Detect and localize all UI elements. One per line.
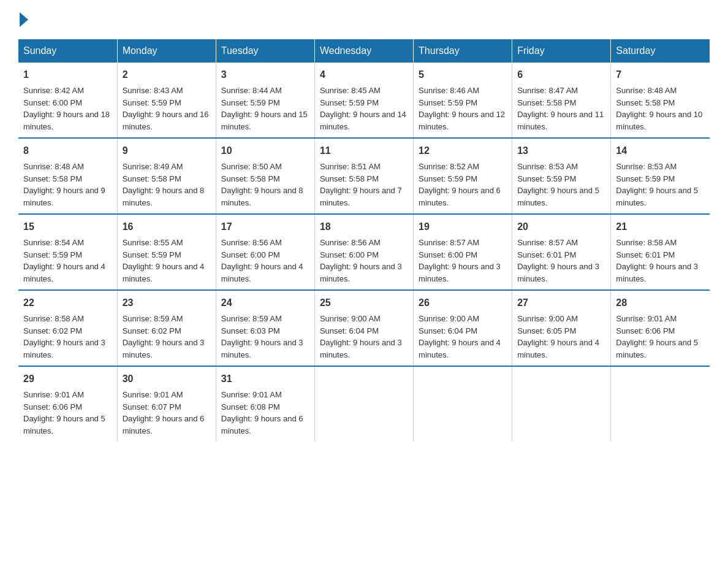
sunrise-text: Sunrise: 8:48 AM: [616, 86, 677, 95]
sunrise-text: Sunrise: 8:45 AM: [320, 86, 381, 95]
daylight-text: Daylight: 9 hours and 18 minutes.: [23, 110, 110, 131]
calendar-cell: 19Sunrise: 8:57 AMSunset: 6:00 PMDayligh…: [414, 214, 512, 290]
sunset-text: Sunset: 6:06 PM: [616, 326, 675, 335]
calendar-cell: 24Sunrise: 8:59 AMSunset: 6:03 PMDayligh…: [216, 290, 314, 366]
daylight-text: Daylight: 9 hours and 3 minutes.: [419, 262, 501, 283]
day-number: 11: [320, 144, 408, 158]
sunset-text: Sunset: 5:58 PM: [221, 174, 280, 183]
daylight-text: Daylight: 9 hours and 3 minutes.: [221, 338, 303, 359]
day-number: 9: [123, 144, 211, 158]
day-number: 8: [23, 144, 112, 158]
calendar-cell: 7Sunrise: 8:48 AMSunset: 5:58 PMDaylight…: [611, 63, 710, 138]
calendar-week-row: 8Sunrise: 8:48 AMSunset: 5:58 PMDaylight…: [18, 138, 710, 214]
daylight-text: Daylight: 9 hours and 7 minutes.: [320, 186, 402, 207]
day-number: 23: [123, 296, 211, 310]
sunrise-text: Sunrise: 9:01 AM: [616, 314, 677, 323]
day-number: 22: [23, 296, 112, 310]
calendar-cell: 2Sunrise: 8:43 AMSunset: 5:59 PMDaylight…: [117, 63, 216, 138]
daylight-text: Daylight: 9 hours and 4 minutes.: [123, 262, 205, 283]
day-number: 27: [517, 296, 605, 310]
calendar-cell: 31Sunrise: 9:01 AMSunset: 6:08 PMDayligh…: [216, 366, 314, 442]
day-number: 31: [221, 372, 309, 386]
calendar-cell: [414, 366, 512, 442]
day-number: 3: [221, 67, 309, 82]
column-header-wednesday: Wednesday: [314, 39, 413, 63]
daylight-text: Daylight: 9 hours and 6 minutes.: [419, 186, 501, 207]
sunset-text: Sunset: 5:58 PM: [23, 174, 82, 183]
calendar-cell: 17Sunrise: 8:56 AMSunset: 6:00 PMDayligh…: [216, 214, 314, 290]
sunset-text: Sunset: 5:59 PM: [320, 98, 379, 107]
sunrise-text: Sunrise: 8:57 AM: [419, 238, 479, 247]
calendar-cell: 13Sunrise: 8:53 AMSunset: 5:59 PMDayligh…: [512, 138, 611, 214]
day-number: 13: [517, 144, 605, 158]
sunrise-text: Sunrise: 8:50 AM: [221, 162, 282, 171]
sunset-text: Sunset: 5:59 PM: [123, 98, 181, 107]
daylight-text: Daylight: 9 hours and 9 minutes.: [23, 186, 105, 207]
calendar-cell: 14Sunrise: 8:53 AMSunset: 5:59 PMDayligh…: [611, 138, 710, 214]
sunset-text: Sunset: 5:58 PM: [123, 174, 181, 183]
sunrise-text: Sunrise: 8:46 AM: [419, 86, 479, 95]
day-number: 6: [517, 67, 605, 82]
day-number: 15: [23, 220, 112, 234]
sunrise-text: Sunrise: 8:43 AM: [123, 86, 183, 95]
calendar-cell: 22Sunrise: 8:58 AMSunset: 6:02 PMDayligh…: [18, 290, 117, 366]
daylight-text: Daylight: 9 hours and 4 minutes.: [419, 338, 501, 359]
calendar-cell: [512, 366, 611, 442]
day-number: 7: [616, 67, 705, 82]
sunset-text: Sunset: 6:02 PM: [123, 326, 181, 335]
day-number: 24: [221, 296, 309, 310]
calendar-cell: 9Sunrise: 8:49 AMSunset: 5:58 PMDaylight…: [117, 138, 216, 214]
sunset-text: Sunset: 5:58 PM: [616, 98, 675, 107]
sunset-text: Sunset: 6:00 PM: [23, 98, 82, 107]
sunset-text: Sunset: 6:01 PM: [517, 250, 576, 259]
day-number: 5: [419, 67, 507, 82]
day-number: 18: [320, 220, 408, 234]
calendar-table: SundayMondayTuesdayWednesdayThursdayFrid…: [18, 39, 710, 442]
sunrise-text: Sunrise: 8:48 AM: [23, 162, 84, 171]
sunset-text: Sunset: 6:06 PM: [23, 402, 82, 412]
sunrise-text: Sunrise: 9:01 AM: [123, 390, 183, 399]
daylight-text: Daylight: 9 hours and 10 minutes.: [616, 110, 702, 131]
calendar-cell: 23Sunrise: 8:59 AMSunset: 6:02 PMDayligh…: [117, 290, 216, 366]
sunset-text: Sunset: 5:59 PM: [23, 250, 82, 259]
calendar-cell: 16Sunrise: 8:55 AMSunset: 5:59 PMDayligh…: [117, 214, 216, 290]
day-number: 28: [616, 296, 705, 310]
sunrise-text: Sunrise: 9:01 AM: [221, 390, 282, 399]
daylight-text: Daylight: 9 hours and 8 minutes.: [221, 186, 303, 207]
daylight-text: Daylight: 9 hours and 8 minutes.: [123, 186, 205, 207]
calendar-cell: 10Sunrise: 8:50 AMSunset: 5:58 PMDayligh…: [216, 138, 314, 214]
calendar-cell: 1Sunrise: 8:42 AMSunset: 6:00 PMDaylight…: [18, 63, 117, 138]
calendar-header-row: SundayMondayTuesdayWednesdayThursdayFrid…: [18, 39, 710, 63]
sunset-text: Sunset: 5:59 PM: [221, 98, 280, 107]
calendar-cell: 4Sunrise: 8:45 AMSunset: 5:59 PMDaylight…: [314, 63, 413, 138]
sunrise-text: Sunrise: 8:56 AM: [320, 238, 381, 247]
daylight-text: Daylight: 9 hours and 6 minutes.: [123, 414, 205, 435]
sunrise-text: Sunrise: 8:56 AM: [221, 238, 282, 247]
calendar-cell: 26Sunrise: 9:00 AMSunset: 6:04 PMDayligh…: [414, 290, 512, 366]
calendar-cell: 8Sunrise: 8:48 AMSunset: 5:58 PMDaylight…: [18, 138, 117, 214]
sunset-text: Sunset: 5:58 PM: [517, 98, 576, 107]
calendar-cell: 25Sunrise: 9:00 AMSunset: 6:04 PMDayligh…: [314, 290, 413, 366]
sunset-text: Sunset: 6:07 PM: [123, 402, 181, 412]
sunrise-text: Sunrise: 9:00 AM: [320, 314, 381, 323]
daylight-text: Daylight: 9 hours and 3 minutes.: [123, 338, 205, 359]
calendar-cell: 21Sunrise: 8:58 AMSunset: 6:01 PMDayligh…: [611, 214, 710, 290]
daylight-text: Daylight: 9 hours and 4 minutes.: [23, 262, 105, 283]
day-number: 20: [517, 220, 605, 234]
sunset-text: Sunset: 6:02 PM: [23, 326, 82, 335]
day-number: 17: [221, 220, 309, 234]
day-number: 29: [23, 372, 112, 386]
sunrise-text: Sunrise: 8:49 AM: [123, 162, 183, 171]
calendar-cell: [314, 366, 413, 442]
daylight-text: Daylight: 9 hours and 14 minutes.: [320, 110, 406, 131]
daylight-text: Daylight: 9 hours and 5 minutes.: [616, 338, 698, 359]
column-header-tuesday: Tuesday: [216, 39, 314, 63]
calendar-cell: 12Sunrise: 8:52 AMSunset: 5:59 PMDayligh…: [414, 138, 512, 214]
page-header: [18, 12, 710, 27]
sunset-text: Sunset: 6:01 PM: [616, 250, 675, 259]
day-number: 10: [221, 144, 309, 158]
calendar-week-row: 22Sunrise: 8:58 AMSunset: 6:02 PMDayligh…: [18, 290, 710, 366]
sunrise-text: Sunrise: 8:58 AM: [23, 314, 84, 323]
daylight-text: Daylight: 9 hours and 5 minutes.: [616, 186, 698, 207]
day-number: 2: [123, 67, 211, 82]
